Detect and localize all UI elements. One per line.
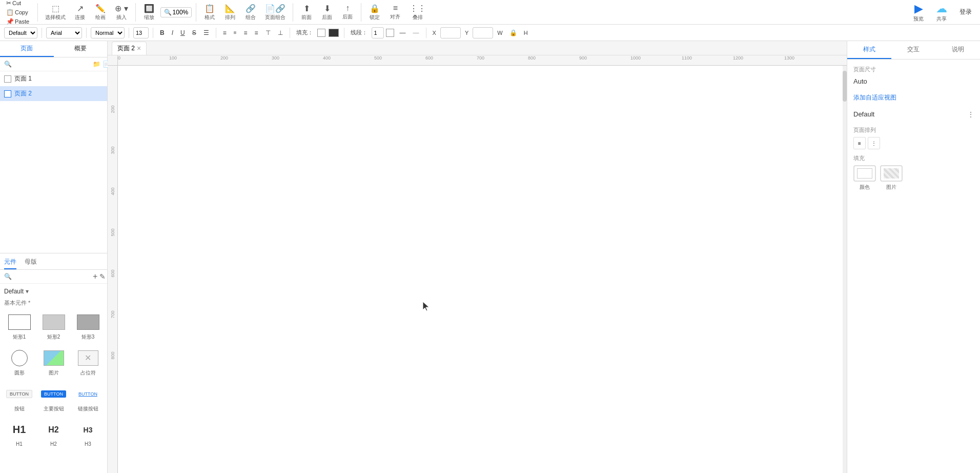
valign-top-button[interactable]: ⊤ <box>263 28 273 37</box>
clipboard-group: ✂ Cut 📋 Copy 📌 Paste <box>4 0 31 26</box>
font-weight-select[interactable]: Normal <box>91 27 125 38</box>
w-label: W <box>497 30 502 36</box>
page-search-input[interactable] <box>14 61 91 68</box>
preview-button[interactable]: ▶ 预览 <box>909 0 928 25</box>
copy-button[interactable]: 📋 Copy <box>4 8 30 17</box>
fmt-sep-8 <box>426 28 426 38</box>
component-search: 🔍 <box>4 273 91 280</box>
zoom-input[interactable]: 🔍 100% <box>160 7 192 17</box>
align-right-button[interactable]: ≡ <box>241 28 250 37</box>
component-item-image[interactable]: 图片 <box>38 347 69 379</box>
select-icon: ⬚ <box>52 4 59 13</box>
page-size-value[interactable]: Auto <box>853 77 974 85</box>
ruler-vmark-500: 500 <box>110 228 115 236</box>
stroke-width-input[interactable] <box>372 27 384 38</box>
canvas-content[interactable] <box>118 66 847 473</box>
component-item-link-button[interactable]: BUTTON 链接按钮 <box>73 383 103 415</box>
y-input[interactable] <box>473 27 493 38</box>
font-select[interactable]: Arial <box>46 27 82 38</box>
vertical-scrollbar[interactable] <box>843 66 847 473</box>
align-left-button[interactable]: ≡ <box>220 28 229 37</box>
font-size-input[interactable] <box>133 27 149 38</box>
x-input[interactable] <box>440 27 461 38</box>
ruler-mark-1100: 1100 <box>682 55 692 61</box>
back-button[interactable]: ⬇ 后面 <box>318 2 336 23</box>
component-search-input[interactable] <box>14 273 91 280</box>
arrange2-button[interactable]: ⋮⋮ 叠排 <box>406 2 429 23</box>
list-button[interactable]: ☰ <box>201 28 212 37</box>
share-button[interactable]: ☁ 共享 <box>932 0 951 25</box>
primary-button-preview: BUTTON <box>41 390 66 398</box>
draw-button[interactable]: ✏️ 绘画 <box>91 2 110 23</box>
page-item-1[interactable]: 页面 1 <box>0 71 107 86</box>
style-options-icon[interactable]: ⋮ <box>968 111 974 118</box>
ruler-mark-200: 200 <box>220 55 228 61</box>
bold-button[interactable]: B <box>157 28 167 37</box>
edit-component-btn[interactable]: ✎ <box>99 272 106 281</box>
login-button[interactable]: 登录 <box>955 6 976 18</box>
canvas-wrapper[interactable]: 0 100 200 300 400 500 600 700 800 900 10… <box>108 55 847 473</box>
adaptive-view-link[interactable]: 添加自适应视图 <box>853 93 974 102</box>
fill-image-option[interactable]: 图片 <box>880 165 903 191</box>
align-center-button[interactable]: ≡ <box>231 29 239 36</box>
lock-button[interactable]: 🔒 锁定 <box>365 2 384 23</box>
stroke-style-2[interactable]: — <box>411 28 422 37</box>
tab-style[interactable]: 样式 <box>847 41 891 59</box>
component-item-circle[interactable]: 圆形 <box>4 347 34 379</box>
page-item-2[interactable]: 页面 2 <box>0 86 107 101</box>
cut-button[interactable]: ✂ Cut <box>4 0 23 8</box>
right-panel-tabs: 样式 交互 说明 <box>847 41 980 60</box>
component-item-primary-button[interactable]: BUTTON 主要按钮 <box>38 383 69 415</box>
stroke-style-1[interactable]: — <box>397 28 409 37</box>
scrollbar-thumb[interactable] <box>843 71 847 102</box>
align-justify-button[interactable]: ≡ <box>252 28 261 37</box>
component-item-h1[interactable]: H1 H1 <box>4 419 34 449</box>
component-item-rect3[interactable]: 矩形3 <box>73 311 103 343</box>
arrange-icon: 📐 <box>225 4 235 13</box>
align-button[interactable]: ≡ 对齐 <box>386 2 404 23</box>
strikethrough-button[interactable]: S <box>190 28 199 37</box>
page-combine-button[interactable]: 📄🔗 页面组合 <box>262 2 289 23</box>
lock-aspect-button[interactable]: 🔒 <box>507 28 520 37</box>
h-label: H <box>524 30 528 36</box>
valign-middle-button[interactable]: ⊥ <box>275 28 285 37</box>
component-item-rect1[interactable]: 矩形1 <box>4 311 34 343</box>
scale-button[interactable]: 🔲 缩放 <box>140 2 158 23</box>
fill-color-swatch[interactable] <box>329 29 339 37</box>
arrange-button[interactable]: 📐 排列 <box>221 2 239 23</box>
arrange-horizontal-btn[interactable]: ⋮ <box>868 137 880 149</box>
tab-components[interactable]: 元件 <box>4 255 16 269</box>
tab-outline[interactable]: 概要 <box>54 41 108 57</box>
component-item-h3[interactable]: H3 H3 <box>73 419 103 449</box>
combine-button[interactable]: 🔗 组合 <box>241 2 260 23</box>
front-layer-icon: ↑ <box>345 4 350 13</box>
ruler-mark-900: 900 <box>579 55 587 61</box>
fill-color-option[interactable]: 颜色 <box>853 165 876 191</box>
connect-button[interactable]: ↗ 连接 <box>71 2 89 23</box>
fill-swatch[interactable] <box>317 29 325 37</box>
component-item-placeholder[interactable]: ✕ 占位符 <box>73 347 103 379</box>
component-item-button[interactable]: BUTTON 按钮 <box>4 383 34 415</box>
style-select[interactable]: Default <box>4 27 37 38</box>
format-button[interactable]: 📋 格式 <box>200 2 219 23</box>
front-button[interactable]: ⬆ 前面 <box>297 2 316 23</box>
new-folder-icon[interactable]: 📁 <box>93 61 100 68</box>
group-collapse-icon[interactable]: ▾ <box>26 288 29 295</box>
tab-interaction[interactable]: 交互 <box>891 41 935 59</box>
fill-color-label: 颜色 <box>860 184 870 191</box>
arrange-vertical-btn[interactable]: ≡ <box>853 137 866 149</box>
canvas-tab-page2[interactable]: 页面 2 × <box>112 42 147 55</box>
tab-notes[interactable]: 说明 <box>936 41 980 59</box>
tab-masters[interactable]: 母版 <box>25 255 37 269</box>
add-component-btn[interactable]: + <box>93 272 97 281</box>
component-item-h2[interactable]: H2 H2 <box>38 419 69 449</box>
stroke-color-swatch[interactable] <box>386 29 394 37</box>
italic-button[interactable]: I <box>169 28 176 37</box>
front-layer-button[interactable]: ↑ 后面 <box>338 2 357 23</box>
underline-button[interactable]: U <box>178 28 188 37</box>
tab-pages[interactable]: 页面 <box>0 41 54 57</box>
select-mode-button[interactable]: ⬚ 选择模式 <box>42 2 69 23</box>
insert-button[interactable]: ⊕ ▾ 插入 <box>112 2 131 23</box>
component-item-rect2[interactable]: 矩形2 <box>38 311 69 343</box>
canvas-tab-close-btn[interactable]: × <box>137 44 141 52</box>
